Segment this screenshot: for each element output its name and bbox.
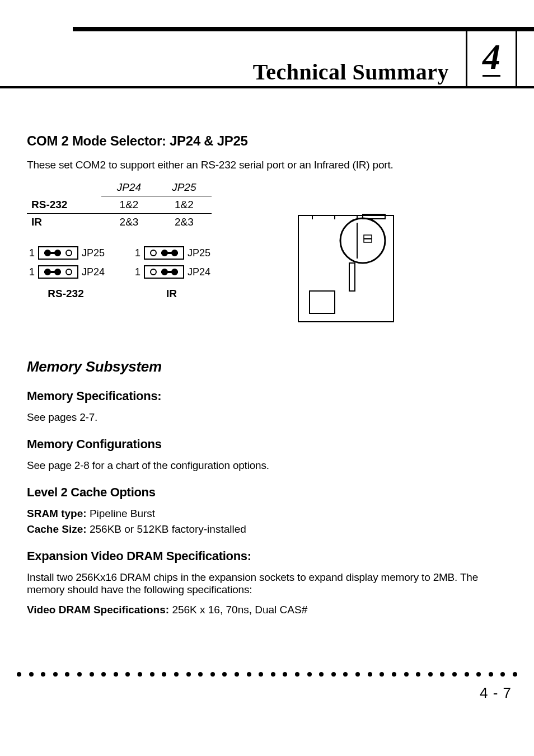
rs232-jp24-row: 1 JP24 <box>27 265 105 279</box>
rs232-jp25-row: 1 JP25 <box>27 246 105 260</box>
jumper-diag-ir: 1 JP25 1 <box>133 246 210 300</box>
com2-left: JP24 JP25 RS-232 1&2 1&2 IR 2&3 2&3 <box>27 179 251 300</box>
svg-rect-8 <box>364 239 372 242</box>
jumper-row1-jp25: 2&3 <box>157 214 212 231</box>
page: Technical Summary 4 COM 2 Mode Selector:… <box>0 27 534 702</box>
jumper-row1-jp24: 2&3 <box>101 214 156 231</box>
memspecs-heading: Memory Specifications: <box>27 389 507 403</box>
chapter-number: 4 <box>483 39 500 77</box>
com2-section: JP24 JP25 RS-232 1&2 1&2 IR 2&3 2&3 <box>27 179 507 325</box>
jumper-diag-rs232: 1 JP25 1 <box>27 246 105 300</box>
rs232-mode-label: RS-232 <box>48 288 83 300</box>
ir-jp24-row: 1 JP24 <box>133 265 210 279</box>
cache-line: Cache Size: 256KB or 512KB factory-insta… <box>27 523 507 536</box>
pin1-label: 1 <box>27 266 35 278</box>
memconfig-text: See page 2-8 for a chart of the configur… <box>27 459 507 472</box>
video-text: Install two 256Kx16 DRAM chips in the ex… <box>27 571 507 596</box>
svg-rect-9 <box>349 263 355 291</box>
com2-intro: These set COM2 to support either an RS-2… <box>27 159 507 171</box>
jumper-row1-label: IR <box>27 214 101 231</box>
page-title: Technical Summary <box>253 59 449 88</box>
jumper-box-icon <box>144 265 184 279</box>
footer-dots <box>0 672 534 677</box>
sram-label: SRAM type: <box>27 508 87 519</box>
jumper-box-icon <box>38 265 78 279</box>
jumper-table: JP24 JP25 RS-232 1&2 1&2 IR 2&3 2&3 <box>27 179 212 231</box>
svg-rect-0 <box>298 215 394 322</box>
jumper-name: JP24 <box>82 266 105 278</box>
ir-mode-label: IR <box>166 288 177 300</box>
pin1-label: 1 <box>133 266 140 278</box>
memspecs-text: See pages 2-7. <box>27 411 507 424</box>
cache-label: Cache Size: <box>27 523 87 535</box>
jumper-col-jp25: JP25 <box>157 179 212 196</box>
jumper-table-corner <box>27 179 101 196</box>
cache-value: 256KB or 512KB factory-installed <box>90 523 246 535</box>
page-header: Technical Summary 4 <box>0 27 534 88</box>
pin1-label: 1 <box>133 247 140 259</box>
memory-section-heading: Memory Subsystem <box>27 358 507 375</box>
ir-jp25-row: 1 JP25 <box>133 246 210 260</box>
jumper-col-jp24: JP24 <box>101 179 156 196</box>
jumper-row0-label: RS-232 <box>27 196 101 214</box>
jumper-name: JP25 <box>188 247 210 259</box>
jumper-name: JP24 <box>188 266 210 278</box>
content: COM 2 Mode Selector: JP24 & JP25 These s… <box>0 88 534 616</box>
jumper-box-icon <box>38 246 78 260</box>
svg-rect-10 <box>310 291 335 313</box>
video-heading: Expansion Video DRAM Specifications: <box>27 549 507 564</box>
sram-line: SRAM type: Pipeline Burst <box>27 508 507 520</box>
motherboard-diagram-icon <box>296 213 396 325</box>
memconfig-heading: Memory Configurations <box>27 437 507 452</box>
page-number: 4 - 7 <box>0 684 534 702</box>
svg-rect-7 <box>364 235 372 238</box>
svg-point-5 <box>340 218 385 263</box>
video-spec-label: Video DRAM Specifications: <box>27 604 169 616</box>
sram-value: Pipeline Burst <box>90 508 155 519</box>
com2-heading: COM 2 Mode Selector: JP24 & JP25 <box>27 133 507 149</box>
video-spec-line: Video DRAM Specifications: 256K x 16, 70… <box>27 604 507 616</box>
jumper-row0-jp25: 1&2 <box>157 196 212 214</box>
chapter-box: 4 <box>466 27 517 88</box>
video-spec-value: 256K x 16, 70ns, Dual CAS# <box>172 604 307 616</box>
jumper-row0-jp24: 1&2 <box>101 196 156 214</box>
jumper-box-icon <box>144 246 184 260</box>
l2cache-heading: Level 2 Cache Options <box>27 485 507 500</box>
pin1-label: 1 <box>27 247 35 259</box>
jumper-diagrams: 1 JP25 1 <box>27 246 251 300</box>
jumper-name: JP25 <box>82 247 105 259</box>
